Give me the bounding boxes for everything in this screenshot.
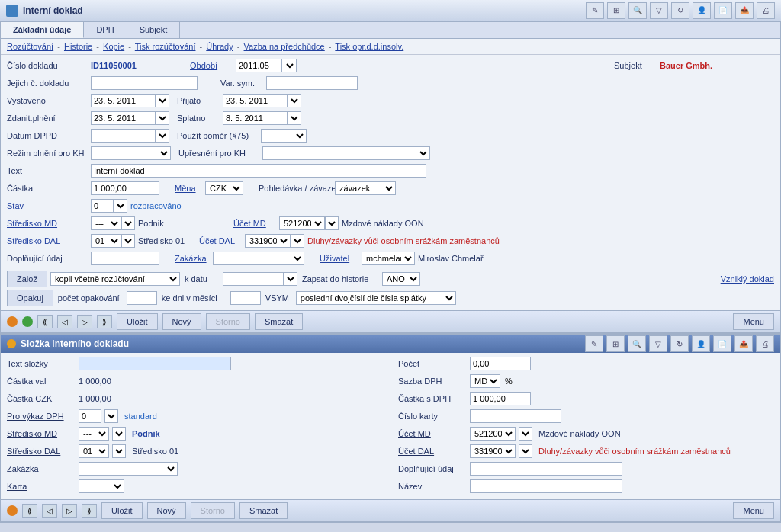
slozka-cislo-karty-input[interactable] xyxy=(470,409,561,423)
ucet-dal-label[interactable]: Účet DAL xyxy=(199,236,245,245)
edit-tool-btn[interactable]: ✎ xyxy=(586,2,604,19)
splatno-select[interactable] xyxy=(288,111,301,125)
pouzit-pomer-select[interactable] xyxy=(261,129,307,143)
slozka-doplnujici-input[interactable] xyxy=(470,462,622,476)
datum-dppd-select[interactable] xyxy=(156,129,169,143)
stredisko-dal-select[interactable]: 01 xyxy=(91,234,121,248)
uzivatel-select[interactable]: mchmelar xyxy=(362,252,415,265)
tab-dph[interactable]: DPH xyxy=(84,22,127,38)
zakazka-select[interactable] xyxy=(213,252,304,265)
upresneni-kh-select[interactable] xyxy=(262,146,430,160)
slozka-nav-last-btn[interactable]: ⟫ xyxy=(82,504,97,518)
slozka-stredisko-dal-select2[interactable] xyxy=(112,444,126,458)
slozka-stredisko-md-label[interactable]: Středisko MD xyxy=(7,429,76,438)
slozka-zakazka-label[interactable]: Zakázka xyxy=(7,464,76,473)
grid-tool-btn[interactable]: ⊞ xyxy=(607,2,625,19)
slozka-stredisko-dal-label[interactable]: Středisko DAL xyxy=(7,447,76,456)
slozka-ucet-md-select2[interactable] xyxy=(519,427,532,441)
refresh-tool-btn[interactable]: ↻ xyxy=(671,2,689,19)
smazat-btn[interactable]: Smazat xyxy=(255,313,303,330)
slozka-ulozit-btn[interactable]: Uložit xyxy=(101,502,143,519)
slozka-stredisko-dal-select[interactable]: 01 xyxy=(79,444,109,458)
menu-btn[interactable]: Menu xyxy=(733,313,774,330)
slozka-ucet-dal-select2[interactable] xyxy=(519,444,532,458)
novy-btn[interactable]: Nový xyxy=(162,313,201,330)
stav-select[interactable] xyxy=(114,199,127,213)
slozka-nav-first-btn[interactable]: ⟪ xyxy=(22,504,37,518)
opakuj-button[interactable]: Opakuj xyxy=(7,290,53,306)
ucet-md-label[interactable]: Účet MD xyxy=(233,219,279,228)
slozka-ucet-dal-select[interactable]: 331900 xyxy=(470,444,516,458)
ucet-dal-select[interactable]: 331900 xyxy=(245,234,291,248)
link-kopie[interactable]: Kopie xyxy=(103,42,124,51)
nav-next-btn[interactable]: ▷ xyxy=(77,315,92,328)
slozka-ucet-md-select[interactable]: 521200 xyxy=(470,427,516,441)
mena-label[interactable]: Měna xyxy=(175,184,205,193)
doc-tool-btn[interactable]: 📄 xyxy=(714,2,732,19)
vystaveno-input[interactable] xyxy=(91,94,156,107)
slozka-export-btn[interactable]: 📤 xyxy=(734,335,753,352)
slozka-stredisko-md-select2[interactable] xyxy=(112,427,126,441)
slozka-ucet-md-label[interactable]: Účet MD xyxy=(398,429,467,438)
stredisko-md-select2[interactable] xyxy=(121,216,135,230)
jejich-c-dokladu-input[interactable] xyxy=(91,76,198,90)
link-tisk-opr[interactable]: Tisk opr.d.d.insolv. xyxy=(335,42,403,51)
slozka-zakazka-select[interactable] xyxy=(79,462,178,476)
nav-last-btn[interactable]: ⟫ xyxy=(97,315,112,328)
link-uhrady[interactable]: Úhrady xyxy=(206,42,233,51)
mena-select[interactable]: CZK xyxy=(205,181,243,195)
ke-dni-input[interactable] xyxy=(230,291,261,305)
rezim-plneni-select[interactable] xyxy=(91,146,171,160)
slozka-pro-vykaz-label[interactable]: Pro výkaz DPH xyxy=(7,412,76,421)
stredisko-dal-select2[interactable] xyxy=(121,234,135,248)
uzivatel-label[interactable]: Uživatel xyxy=(320,254,362,263)
prijato-select[interactable] xyxy=(288,94,301,107)
slozka-stredisko-md-select[interactable]: --- xyxy=(79,427,109,441)
storno-btn[interactable]: Storno xyxy=(206,313,250,330)
slozka-karta-select[interactable] xyxy=(79,479,124,493)
slozka-ucet-dal-label[interactable]: Účet DAL xyxy=(398,447,467,456)
var-sym-input[interactable] xyxy=(266,76,358,90)
posledni-dvojcisli-select[interactable]: poslední dvojčíslí dle čísla splátky xyxy=(296,291,456,305)
vystaveno-select[interactable] xyxy=(156,94,169,107)
slozka-pro-vykaz-input[interactable] xyxy=(79,409,101,423)
users-tool-btn[interactable]: 👤 xyxy=(693,2,711,19)
link-historie[interactable]: Historie xyxy=(64,42,92,51)
slozka-pocet-input[interactable] xyxy=(470,357,531,370)
slozka-doc-btn[interactable]: 📄 xyxy=(713,335,731,352)
slozka-castka-sdph-input[interactable] xyxy=(470,392,531,405)
slozka-text-input[interactable] xyxy=(79,357,231,370)
obdobi-select[interactable] xyxy=(281,59,297,72)
slozka-menu-btn[interactable]: Menu xyxy=(733,502,774,519)
search-tool-btn[interactable]: 🔍 xyxy=(628,2,647,19)
slozka-nav-prev-btn[interactable]: ◁ xyxy=(42,504,57,518)
stav-label[interactable]: Stav xyxy=(7,201,91,210)
text-input[interactable] xyxy=(91,164,426,178)
zakazka-label[interactable]: Zakázka xyxy=(175,254,213,263)
stredisko-dal-label[interactable]: Středisko DAL xyxy=(7,236,91,245)
zdanit-plneni-input[interactable] xyxy=(91,111,156,125)
pohledavka-zavazek-select[interactable]: závazek xyxy=(335,181,396,195)
slozka-sazba-dph-select[interactable]: MD xyxy=(470,374,500,388)
doplnujici-udaj-input[interactable] xyxy=(91,252,159,265)
nav-first-btn[interactable]: ⟪ xyxy=(37,315,53,328)
obdobi-input[interactable] xyxy=(236,59,281,72)
slozka-grid-btn[interactable]: ⊞ xyxy=(606,335,625,352)
stredisko-md-select[interactable]: --- xyxy=(91,216,121,230)
prijato-input[interactable] xyxy=(223,94,288,107)
castka-input[interactable] xyxy=(91,181,159,195)
slozka-nav-next-btn[interactable]: ▷ xyxy=(62,504,77,518)
vznikl-doklad-link[interactable]: Vzniklý doklad xyxy=(721,274,774,284)
slozka-search-btn[interactable]: 🔍 xyxy=(628,335,646,352)
k-datu-select[interactable] xyxy=(284,272,297,286)
ucet-md-select2[interactable] xyxy=(325,216,339,230)
slozka-refresh-btn[interactable]: ↻ xyxy=(670,335,689,352)
obdobi-label[interactable]: Období xyxy=(190,61,236,70)
ucet-md-select[interactable]: 521200 xyxy=(279,216,325,230)
slozka-pro-vykaz-select[interactable] xyxy=(104,409,118,423)
stredisko-md-label[interactable]: Středisko MD xyxy=(7,219,91,228)
slozka-users-btn[interactable]: 👤 xyxy=(692,335,710,352)
stav-input[interactable] xyxy=(91,199,114,213)
link-rozouctovani[interactable]: Rozúčtování xyxy=(7,42,53,51)
slozka-edit-btn[interactable]: ✎ xyxy=(585,335,603,352)
